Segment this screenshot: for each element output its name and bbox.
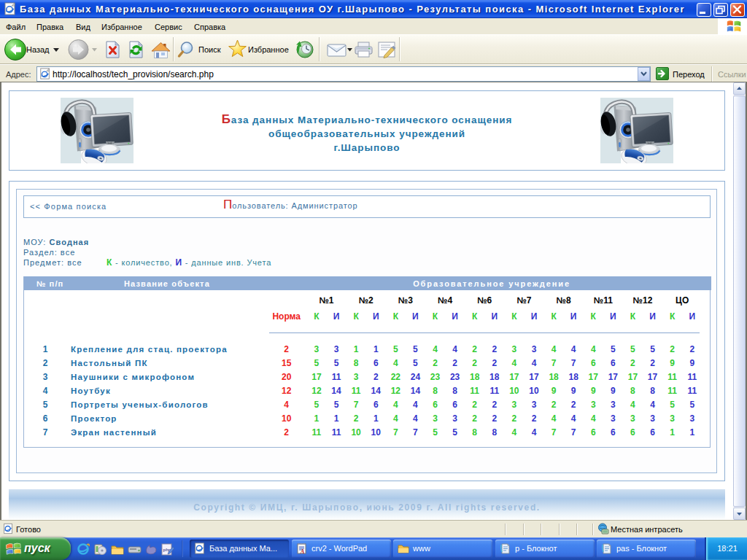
svg-text:A: A xyxy=(300,548,305,554)
